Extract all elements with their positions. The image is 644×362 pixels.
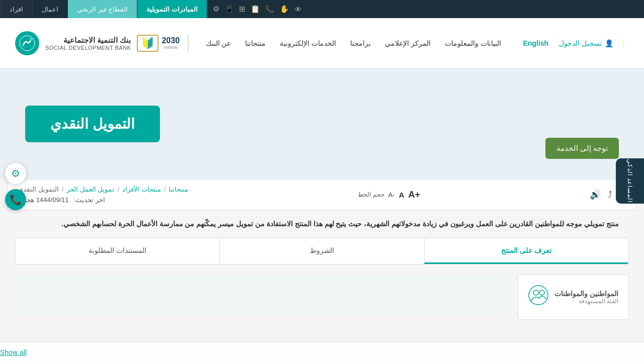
top-nav-item-individuals[interactable]: افراد: [0, 0, 32, 18]
settings-wheel-icon: ⚙: [213, 5, 219, 14]
tab-content-area: [15, 275, 510, 315]
target-audience-icon: [528, 285, 548, 309]
content-toolbar: ⧉ ⤴ 🔊 +A A -A حجم الخط منتجاتنا / منتجات…: [8, 179, 636, 210]
right-toolbar-area: منتجاتنا / منتجات الأفراد / تمويل العمل …: [18, 186, 188, 204]
target-card-label: الفئة المستهدفة: [554, 298, 618, 305]
nav-programs[interactable]: برامجنا: [350, 37, 371, 49]
top-nav-icons: 👁 ✋ 📞 📋 ⊞ 📱 ⚙: [207, 0, 308, 18]
smart-assistant-bubble[interactable]: المساعد الذكي: [616, 158, 644, 204]
share-icon[interactable]: ⤴: [608, 190, 612, 200]
hero-title: التمويل النقدي: [25, 106, 160, 142]
logo-area: 2030 VISION 🔰 بنك التنمية الاجتماعية SOC…: [15, 31, 194, 55]
nav-media-center[interactable]: المركز الإعلامي: [385, 37, 431, 49]
top-nav-item-initiatives[interactable]: المبادرات التمويلية: [137, 0, 207, 18]
top-nav-item-nonprofit[interactable]: القطاع غير الربحي: [67, 0, 137, 18]
tab-learn-product[interactable]: تعرف على المنتج: [424, 238, 628, 264]
product-description: منتج تمويلي موجه للمواطنين القادرين على …: [0, 210, 644, 238]
tabs-container: تعرف على المنتج الشروط المستندات المطلوب…: [15, 238, 629, 264]
vision-label: VISION: [162, 45, 180, 50]
phone-icon: 📞: [265, 5, 275, 14]
phone-contact-button[interactable]: 📞: [5, 189, 26, 210]
tab-conditions[interactable]: الشروط: [219, 238, 424, 264]
grid-icon: ⊞: [239, 5, 246, 14]
font-increase-button[interactable]: +A: [409, 190, 421, 200]
svg-point-4: [539, 290, 544, 295]
tab-documents[interactable]: المستندات المطلوبة: [16, 238, 219, 264]
user-icon: 👤: [605, 39, 613, 47]
copy-icon: 📋: [251, 5, 260, 14]
last-update-label: اخر تحديث:: [74, 196, 105, 204]
audio-icon[interactable]: 🔊: [590, 189, 601, 200]
login-label: تسجيل الدخول: [559, 39, 602, 47]
info-row: المواطنين والمواطنات الفئة المستهدفة: [0, 275, 644, 330]
svg-point-2: [529, 286, 548, 305]
breadcrumb-products[interactable]: منتجاتنا: [169, 186, 188, 193]
main-navigation: البيانات والمعلومات المركز الإعلامي برام…: [194, 37, 513, 49]
person-accessibility-icon: 👁: [294, 5, 302, 14]
login-button[interactable]: 👤 تسجيل الدخول: [559, 39, 613, 47]
target-audience-card: المواطنين والمواطنات الفئة المستهدفة: [518, 275, 629, 320]
font-decrease-button[interactable]: -A: [388, 191, 395, 199]
target-card-text: المواطنين والمواطنات الفئة المستهدفة: [554, 290, 618, 305]
font-size-controls: +A A -A حجم الخط: [358, 190, 420, 200]
bank-name-arabic: بنك التنمية الاجتماعية: [45, 36, 131, 45]
vision-year: 2030: [162, 36, 180, 45]
breadcrumb-current: التمويل النقدي: [18, 186, 59, 193]
target-card-value: المواطنين والمواطنات: [554, 290, 618, 298]
login-area: 👤 تسجيل الدخول: [559, 39, 624, 47]
top-nav-item-business[interactable]: اعمال: [32, 0, 67, 18]
go-to-service-button[interactable]: توجه إلى الخدمة: [545, 138, 619, 159]
bank-name-english: SOCIAL DEVELOPMENT BANK: [45, 45, 131, 51]
breadcrumb-individual-products[interactable]: منتجات الأفراد: [122, 186, 161, 193]
font-normal-button[interactable]: A: [399, 191, 405, 199]
tabs-section: تعرف على المنتج الشروط المستندات المطلوب…: [0, 238, 644, 275]
tablet-icon: 📱: [224, 5, 234, 14]
accessibility-settings-button[interactable]: ⚙: [5, 163, 26, 184]
breadcrumb: منتجاتنا / منتجات الأفراد / تمويل العمل …: [18, 186, 188, 193]
bank-logo-icon: [15, 31, 39, 55]
svg-point-1: [30, 38, 33, 41]
font-size-label: حجم الخط: [358, 191, 384, 198]
breadcrumb-freelance[interactable]: تمويل العمل الحر: [66, 186, 114, 193]
hero-section: توجه إلى الخدمة التمويل النقدي: [0, 68, 644, 179]
hand-icon: ✋: [280, 5, 289, 14]
nav-products[interactable]: منتجاتنا: [245, 37, 266, 49]
english-language-link[interactable]: English: [513, 39, 559, 47]
bank-name-area: بنك التنمية الاجتماعية SOCIAL DEVELOPMEN…: [45, 36, 131, 51]
main-header: 👤 تسجيل الدخول English البيانات والمعلوم…: [0, 18, 644, 68]
vision-2030-logo: 2030 VISION 🔰: [137, 35, 189, 52]
svg-point-0: [20, 36, 35, 51]
nav-about[interactable]: عن البنك: [206, 37, 231, 49]
svg-point-3: [533, 290, 538, 295]
last-update: اخر تحديث: 1444/09/11 هجري: [18, 196, 105, 204]
nav-data-info[interactable]: البيانات والمعلومات: [445, 37, 501, 49]
vision-emblem: 🔰: [137, 35, 158, 52]
top-navigation: 👁 ✋ 📞 📋 ⊞ 📱 ⚙ المبادرات التمويلية القطاع…: [0, 0, 644, 18]
nav-eservices[interactable]: الخدمات الإلكترونية: [280, 37, 336, 49]
